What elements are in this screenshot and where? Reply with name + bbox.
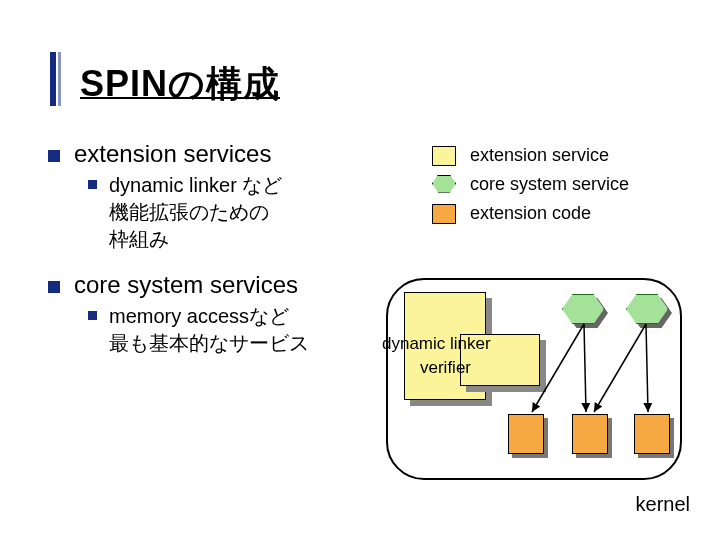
- extension-code-box: [572, 414, 608, 454]
- bullet-text: extension services: [74, 140, 271, 168]
- slide-title-block: SPINの構成: [50, 60, 670, 109]
- bullet-text: core system services: [74, 271, 298, 299]
- title-accent-bar: [50, 52, 56, 106]
- diagram-label: verifier: [420, 358, 471, 378]
- slide-title: SPINの構成: [50, 60, 670, 109]
- slide: SPINの構成 extension services dynamic linke…: [0, 0, 720, 540]
- diagram: dynamic linker verifier kernel: [386, 278, 686, 488]
- legend: extension service core system service ex…: [432, 145, 629, 232]
- legend-label: extension service: [470, 145, 609, 166]
- legend-row: extension code: [432, 203, 629, 224]
- bullet-level2: dynamic linker など機能拡張のための枠組み: [88, 172, 398, 253]
- legend-swatch-green: [432, 175, 456, 195]
- extension-code-box: [634, 414, 670, 454]
- legend-swatch-orange: [432, 204, 456, 224]
- bullet-content: extension services dynamic linker など機能拡張…: [48, 140, 398, 375]
- diagram-label: dynamic linker: [382, 334, 491, 354]
- bullet-level2: memory accessなど最も基本的なサービス: [88, 303, 398, 357]
- legend-swatch-yellow: [432, 146, 456, 166]
- extension-code-box: [508, 414, 544, 454]
- legend-label: extension code: [470, 203, 591, 224]
- bullet-square-icon: [88, 311, 97, 320]
- legend-row: extension service: [432, 145, 629, 166]
- bullet-text: memory accessなど最も基本的なサービス: [109, 303, 309, 357]
- legend-row: core system service: [432, 174, 629, 195]
- bullet-square-icon: [48, 281, 60, 293]
- bullet-text: dynamic linker など機能拡張のための枠組み: [109, 172, 282, 253]
- kernel-label: kernel: [636, 493, 690, 516]
- bullet-square-icon: [88, 180, 97, 189]
- bullet-level1: core system services: [48, 271, 398, 299]
- title-accent-bar-thin: [58, 52, 61, 106]
- bullet-level1: extension services: [48, 140, 398, 168]
- legend-label: core system service: [470, 174, 629, 195]
- bullet-square-icon: [48, 150, 60, 162]
